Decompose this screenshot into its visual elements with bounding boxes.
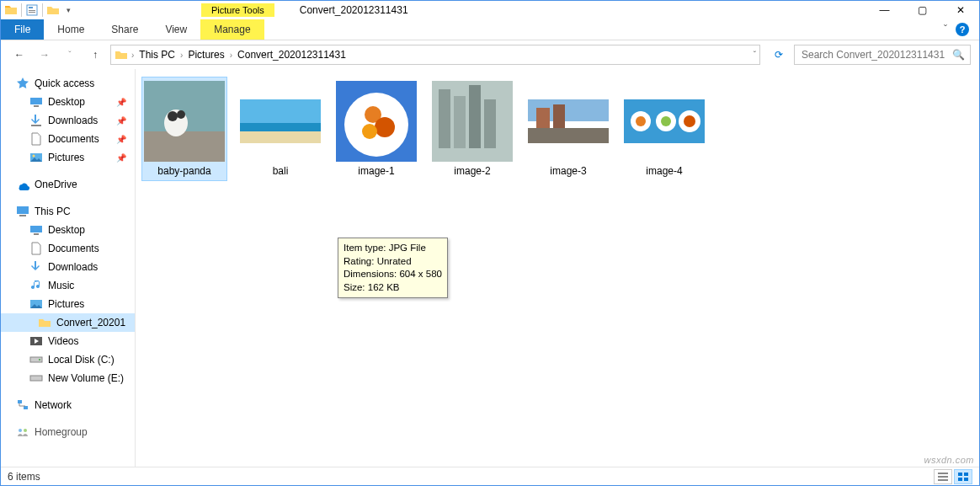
context-tab-picture-tools: Picture Tools	[201, 3, 274, 17]
sidebar-desktop[interactable]: Desktop 📌	[1, 93, 135, 111]
file-thumbnail[interactable]: baby-panda	[142, 77, 226, 180]
refresh-button[interactable]: ⟳	[769, 45, 789, 65]
thumbnails-view-button[interactable]	[954, 469, 972, 484]
computer-icon	[16, 205, 29, 218]
svg-rect-1	[29, 7, 33, 8]
sidebar-item-label: Quick access	[35, 77, 94, 89]
svg-rect-29	[240, 131, 321, 143]
svg-rect-57	[964, 478, 968, 481]
back-button[interactable]: ←	[9, 45, 29, 65]
music-icon	[29, 279, 43, 292]
breadcrumb-root[interactable]: This PC	[137, 49, 177, 61]
qat-dropdown-icon[interactable]: ▾	[61, 3, 75, 17]
file-thumbnail[interactable]: image-1	[334, 77, 418, 180]
tab-file[interactable]: File	[1, 19, 44, 40]
svg-rect-23	[144, 131, 225, 162]
address-dropdown-icon[interactable]: ˇ	[754, 51, 756, 60]
sidebar-network[interactable]: Network	[1, 396, 135, 414]
sidebar-item-label: Local Disk (C:)	[48, 354, 115, 366]
sidebar-item-label: Videos	[48, 335, 78, 347]
file-thumbnail[interactable]: image-4	[622, 77, 706, 180]
close-button[interactable]: ✕	[941, 1, 979, 19]
sidebar-item-label: Homegroup	[35, 426, 88, 438]
sidebar-item-label: Desktop	[48, 96, 85, 108]
breadcrumb-sep[interactable]: ›	[131, 51, 134, 60]
breadcrumb-sep[interactable]: ›	[180, 51, 183, 60]
new-folder-icon[interactable]	[46, 3, 60, 17]
downloads-icon	[29, 260, 43, 274]
file-name: image-4	[646, 165, 682, 177]
sidebar-documents-pc[interactable]: Documents	[1, 239, 135, 258]
search-input[interactable]	[800, 48, 952, 61]
sidebar-pictures-pc[interactable]: Pictures	[1, 295, 135, 313]
sidebar-pictures[interactable]: Pictures 📌	[1, 148, 135, 167]
breadcrumb-pictures[interactable]: Pictures	[186, 49, 226, 61]
svg-point-21	[24, 429, 27, 432]
pin-icon: 📌	[116, 135, 131, 144]
address-bar-row: ← → ˇ ↑ › This PC › Pictures › Convert_2…	[1, 40, 979, 69]
details-view-button[interactable]	[934, 469, 952, 484]
file-thumbnail[interactable]: bali	[238, 77, 322, 180]
pin-icon: 📌	[116, 98, 131, 107]
sidebar-item-label: Downloads	[48, 115, 98, 126]
sidebar-downloads[interactable]: Downloads 📌	[1, 111, 135, 130]
breadcrumb-sep[interactable]: ›	[230, 51, 232, 60]
sidebar-item-label: Pictures	[48, 298, 84, 310]
svg-rect-54	[958, 473, 962, 476]
forward-button[interactable]: →	[35, 45, 55, 65]
sidebar-documents[interactable]: Documents 📌	[1, 130, 135, 148]
window-title: Convert_202012311431	[300, 4, 408, 16]
folder-icon	[115, 48, 128, 61]
svg-rect-53	[938, 479, 948, 481]
svg-rect-19	[24, 406, 28, 409]
ribbon-expand-icon[interactable]: ˇ	[944, 24, 947, 35]
svg-point-48	[636, 116, 646, 126]
breadcrumb-current[interactable]: Convert_202012311431	[236, 49, 348, 61]
help-icon[interactable]: ?	[956, 23, 969, 36]
sidebar-downloads-pc[interactable]: Downloads	[1, 258, 135, 276]
documents-icon	[29, 132, 43, 146]
svg-point-16	[39, 359, 40, 360]
svg-point-8	[33, 155, 35, 158]
up-button[interactable]: ↑	[85, 45, 105, 65]
network-icon	[16, 398, 29, 412]
sidebar-quick-access[interactable]: Quick access	[1, 74, 135, 93]
tab-home[interactable]: Home	[44, 19, 98, 40]
sidebar-new-volume-e[interactable]: New Volume (E:)	[1, 369, 135, 387]
tooltip-line: Size: 162 KB	[344, 281, 442, 295]
tab-share[interactable]: Share	[98, 19, 152, 40]
svg-rect-9	[17, 206, 29, 214]
status-text: 6 items	[8, 471, 40, 483]
address-bar[interactable]: › This PC › Pictures › Convert_202012311…	[110, 45, 760, 65]
sidebar-item-label: Downloads	[48, 261, 98, 273]
sidebar-music[interactable]: Music	[1, 276, 135, 295]
file-name: baby-panda	[157, 165, 210, 177]
minimize-button[interactable]: —	[865, 1, 903, 19]
search-icon[interactable]: 🔍	[952, 49, 965, 61]
file-view[interactable]: baby-panda bali image-1 image-2 image-3 …	[136, 69, 979, 467]
recent-locations-button[interactable]: ˇ	[60, 45, 80, 65]
svg-rect-37	[454, 96, 466, 148]
properties-icon[interactable]	[25, 3, 39, 17]
status-bar: 6 items	[1, 467, 979, 485]
videos-icon	[29, 334, 43, 348]
svg-rect-39	[484, 99, 496, 148]
desktop-icon	[29, 95, 43, 109]
sidebar-videos[interactable]: Videos	[1, 332, 135, 350]
search-box[interactable]: 🔍	[794, 45, 971, 65]
sidebar-homegroup[interactable]: Homegroup	[1, 423, 135, 441]
sidebar-item-label: This PC	[35, 206, 71, 217]
maximize-button[interactable]: ▢	[903, 1, 941, 19]
tab-view[interactable]: View	[152, 19, 200, 40]
file-thumbnail[interactable]: image-2	[430, 77, 514, 180]
file-thumbnail[interactable]: image-3	[526, 77, 610, 180]
tab-manage[interactable]: Manage	[200, 19, 264, 40]
sidebar-convert-folder[interactable]: Convert_20201	[1, 313, 135, 332]
sidebar-this-pc[interactable]: This PC	[1, 202, 135, 221]
svg-rect-36	[439, 89, 450, 148]
sidebar-onedrive[interactable]: OneDrive	[1, 175, 135, 194]
sidebar-desktop-pc[interactable]: Desktop	[1, 221, 135, 239]
svg-point-25	[168, 111, 178, 121]
svg-point-20	[19, 429, 22, 432]
sidebar-local-disk-c[interactable]: Local Disk (C:)	[1, 350, 135, 369]
